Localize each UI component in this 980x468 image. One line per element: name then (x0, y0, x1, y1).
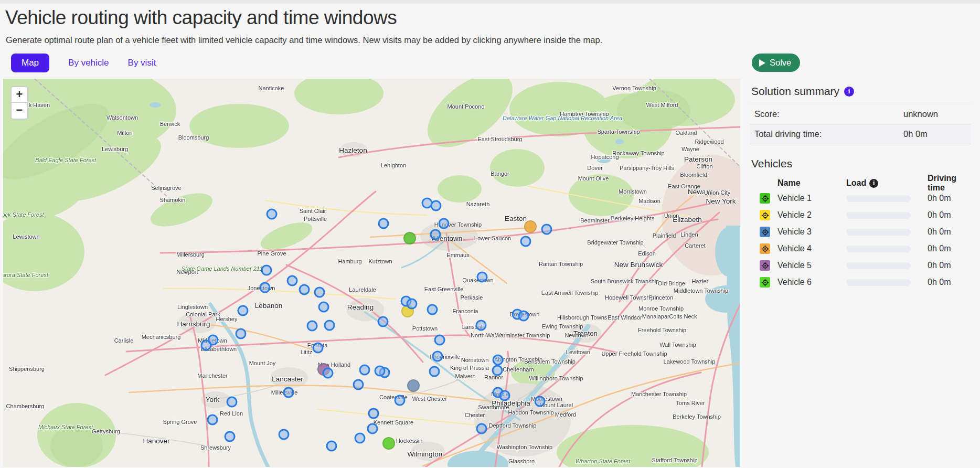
vehicle-icon-cell (750, 227, 777, 237)
visit-marker[interactable] (395, 395, 406, 406)
zoom-out-button[interactable]: − (12, 103, 27, 119)
visit-marker[interactable] (367, 423, 378, 434)
visit-marker[interactable] (359, 365, 370, 376)
vehicle-driving-time: 0h 0m (928, 244, 971, 253)
zoom-in-button[interactable]: + (12, 87, 27, 103)
visit-marker[interactable] (283, 387, 294, 398)
summary-row-label: Total driving time: (750, 129, 903, 139)
visit-marker[interactable] (201, 340, 212, 351)
visit-marker[interactable] (279, 429, 290, 440)
vehicle-row: Vehicle 40h 0m (750, 240, 971, 257)
visit-marker[interactable] (378, 316, 389, 327)
visit-marker[interactable] (430, 229, 441, 240)
vehicle-marker-icon (760, 193, 770, 204)
visit-marker[interactable] (427, 304, 438, 315)
tab-by-visit[interactable]: By visit (128, 58, 156, 68)
solution-panel: Solve Solution summary i Score:unknownTo… (750, 54, 971, 291)
visit-marker[interactable] (431, 200, 442, 211)
visit-marker[interactable] (499, 390, 510, 401)
load-info-icon[interactable]: i (869, 179, 878, 188)
main-content: MapBy vehicleBy visit (0, 54, 980, 467)
page-title: Vehicle routing with capacity and time w… (5, 7, 980, 29)
visit-marker[interactable] (520, 236, 531, 247)
page-subtitle: Generate optimal route plan of a vehicle… (6, 35, 980, 45)
load-column-label: Load (846, 178, 866, 188)
window-top-strip (0, 0, 980, 4)
solution-summary-heading: Solution summary i (751, 85, 971, 98)
vehicle-marker-icon (760, 243, 770, 254)
visit-marker[interactable] (318, 302, 329, 313)
visit-marker[interactable] (299, 284, 310, 295)
visit-marker[interactable] (535, 396, 546, 407)
visit-marker[interactable] (236, 328, 247, 339)
visit-marker[interactable] (439, 218, 450, 229)
tab-by-vehicle[interactable]: By vehicle (68, 58, 109, 68)
load-bar (846, 262, 911, 269)
crosshairs-icon (761, 228, 769, 236)
summary-row: Score:unknown (750, 104, 971, 124)
visit-marker[interactable] (355, 433, 366, 444)
vehicle-driving-time: 0h 0m (928, 261, 971, 270)
vehicle-row: Vehicle 30h 0m (750, 224, 971, 240)
vehicle-driving-time: 0h 0m (928, 278, 971, 287)
crosshairs-icon (761, 245, 769, 253)
vehicle-home-marker[interactable] (403, 232, 416, 244)
vehicle-marker-icon (760, 210, 770, 220)
visit-marker[interactable] (518, 311, 529, 322)
visit-marker[interactable] (493, 355, 504, 366)
visit-marker[interactable] (207, 414, 218, 426)
visit-marker[interactable] (314, 287, 325, 298)
vehicles-table-header: Name Load i Driving time (750, 176, 971, 190)
map[interactable]: HazletonEastonAllentownReadingHarrisburg… (3, 79, 740, 467)
solve-button[interactable]: Solve (752, 54, 800, 72)
visit-marker[interactable] (541, 224, 552, 235)
vehicle-marker-icon (760, 227, 770, 237)
vehicle-load-cell (846, 279, 928, 286)
vehicle-home-marker[interactable] (382, 437, 395, 450)
play-icon (759, 59, 765, 67)
crosshairs-icon (761, 195, 769, 203)
info-icon[interactable]: i (844, 87, 854, 97)
page-header: Vehicle routing with capacity and time w… (0, 4, 980, 45)
visit-marker[interactable] (287, 275, 298, 286)
visit-marker[interactable] (477, 272, 488, 283)
view-tabs: MapBy vehicleBy visit (11, 54, 740, 72)
vehicle-row: Vehicle 20h 0m (750, 207, 971, 224)
visit-marker[interactable] (326, 441, 337, 452)
vehicle-name: Vehicle 3 (777, 227, 846, 237)
visit-marker[interactable] (407, 299, 418, 310)
summary-row-value: unknown (903, 109, 938, 119)
vehicle-home-marker[interactable] (524, 220, 537, 233)
vehicle-home-marker[interactable] (407, 379, 420, 392)
visit-marker[interactable] (260, 282, 271, 293)
summary-row-value: 0h 0m (903, 129, 928, 139)
vehicle-row: Vehicle 50h 0m (750, 257, 971, 274)
visit-marker[interactable] (476, 320, 487, 331)
visit-marker[interactable] (492, 365, 503, 376)
crosshairs-icon (761, 211, 769, 219)
visit-marker[interactable] (323, 368, 334, 379)
summary-row-label: Score: (750, 109, 903, 119)
visit-marker[interactable] (378, 218, 389, 229)
visit-marker[interactable] (324, 320, 335, 331)
visit-marker[interactable] (353, 379, 364, 390)
visit-marker[interactable] (261, 265, 272, 276)
visit-marker[interactable] (375, 366, 386, 377)
vehicle-name: Vehicle 5 (777, 261, 846, 270)
visit-marker[interactable] (267, 209, 278, 220)
tab-map[interactable]: Map (11, 54, 49, 72)
vehicle-load-cell (846, 195, 928, 202)
visit-marker[interactable] (225, 431, 236, 442)
vehicle-load-cell (846, 262, 928, 269)
visit-marker[interactable] (432, 351, 443, 362)
vehicle-row: Vehicle 60h 0m (750, 274, 971, 291)
visit-marker[interactable] (227, 397, 238, 408)
vehicles-heading: Vehicles (751, 157, 971, 170)
visit-marker[interactable] (368, 408, 379, 419)
visit-marker[interactable] (434, 335, 445, 346)
visit-marker[interactable] (476, 423, 487, 434)
visit-marker[interactable] (238, 305, 249, 316)
visit-marker[interactable] (307, 321, 318, 332)
visit-marker[interactable] (313, 343, 324, 354)
visit-marker[interactable] (429, 366, 440, 377)
